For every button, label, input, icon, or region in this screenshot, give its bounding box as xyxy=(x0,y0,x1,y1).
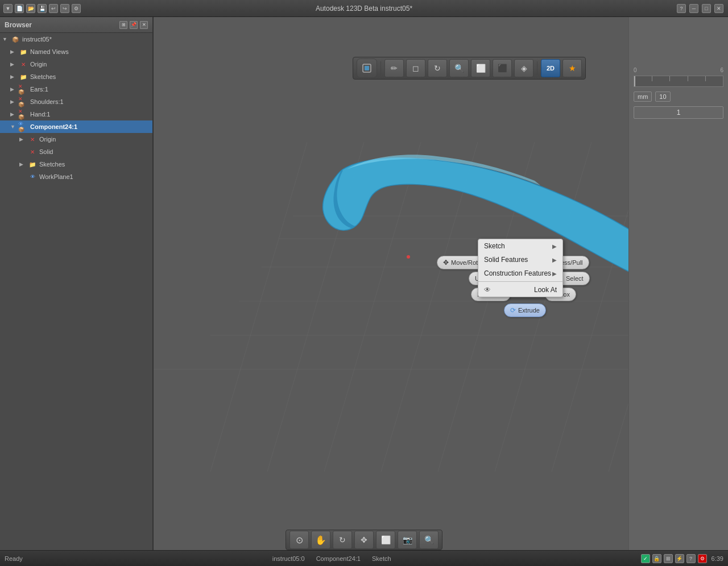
tree-item-ears1[interactable]: ▶ ✕📦 Ears:1 xyxy=(0,83,152,95)
zoom-button[interactable]: 🔍 xyxy=(449,59,469,77)
help2-button[interactable]: ? xyxy=(686,554,696,563)
redo-title-button[interactable]: ↪ xyxy=(60,4,69,13)
tree-item-shoulders1[interactable]: ▶ ✕📦 Shoulders:1 xyxy=(0,95,152,108)
tree-arrow-shoulders1: ▶ xyxy=(10,99,18,105)
workplane1-icon: 👁 xyxy=(27,172,38,181)
browser-pin-button[interactable]: 📌 xyxy=(130,21,138,29)
ruler-main-value: 1 xyxy=(634,106,723,119)
extrude-label: Extrude xyxy=(518,307,540,314)
context-menu-solid-features[interactable]: Solid Features ▶ xyxy=(478,253,562,267)
extrude-button[interactable]: ⟳ Extrude xyxy=(504,303,546,317)
tree-item-solid[interactable]: ✕ Solid xyxy=(0,145,152,158)
orbit3d-button[interactable]: ↻ xyxy=(333,531,352,549)
check-button[interactable]: ✓ xyxy=(641,554,650,563)
status-center: instruct05:0 Component24:1 Sketch xyxy=(272,555,391,562)
main-toolbar: ✏ ◻ ↻ 🔍 ⬜ ⬛ ◈ 2D ★ xyxy=(353,57,586,80)
sketches-icon: 📁 xyxy=(18,72,28,81)
browser-close-button[interactable]: ✕ xyxy=(140,21,148,29)
tree-item-origin[interactable]: ▶ ✕ Origin xyxy=(0,58,152,70)
tree-item-named-views[interactable]: ▶ 📁 Named Views xyxy=(0,45,152,58)
context-menu-sketch[interactable]: Sketch ▶ xyxy=(478,239,562,253)
app-menu-button[interactable]: ▼ xyxy=(3,4,13,13)
tree-item-origin2[interactable]: ▶ ✕ Origin xyxy=(0,133,152,145)
title-bar-left-icons: ▼ 📄 📂 💾 ↩ ↪ ⚙ xyxy=(0,4,84,13)
tree-arrow-sketches2: ▶ xyxy=(19,161,27,167)
tree-arrow-hand1: ▶ xyxy=(10,111,18,117)
settings2-button[interactable]: ⚙ xyxy=(698,554,707,563)
move-tool-button[interactable]: ✥ xyxy=(354,531,374,549)
tree-arrow-sketches: ▶ xyxy=(10,74,18,80)
tree-arrow-origin2: ▶ xyxy=(19,136,27,142)
lock-button[interactable]: 🔒 xyxy=(652,554,661,563)
context-menu-separator xyxy=(478,281,562,282)
construction-features-label: Construction Features xyxy=(484,269,551,277)
file-label: instruct05:0 xyxy=(272,555,305,562)
tree-arrow-component241: ▼ xyxy=(10,124,18,130)
tree-arrow-named-views: ▶ xyxy=(10,49,18,55)
frame-button[interactable]: ⬜ xyxy=(376,531,395,549)
zoom-fit-button[interactable]: ⊙ xyxy=(289,531,309,549)
tree-arrow-workplane1 xyxy=(19,174,27,180)
tree-item-component241[interactable]: ▼ 👁📦 Component24:1 xyxy=(0,120,152,133)
viewport[interactable]: ✏ ◻ ↻ 🔍 ⬜ ⬛ ◈ 2D ★ Repeat... ✥ Move/Rota… xyxy=(154,17,728,550)
maximize-button[interactable]: □ xyxy=(702,4,711,13)
ruler-value-label: 10 xyxy=(655,91,670,102)
box-view-button[interactable]: ◻ xyxy=(406,59,425,77)
snap-button[interactable]: ⚡ xyxy=(675,554,684,563)
status-bar: Ready instruct05:0 Component24:1 Sketch … xyxy=(0,550,728,566)
ears1-label: Ears:1 xyxy=(30,86,48,93)
extrude-icon: ⟳ xyxy=(510,306,516,314)
tree-item-sketches[interactable]: ▶ 📁 Sketches xyxy=(0,70,152,83)
move-icon: ✥ xyxy=(443,259,449,267)
status-text: Ready xyxy=(5,555,23,562)
tree-arrow-ears1: ▶ xyxy=(10,86,18,92)
options-button[interactable]: ⚙ xyxy=(72,4,81,13)
workplane1-label: WorkPlane1 xyxy=(39,173,73,180)
browser-controls: ⊞ 📌 ✕ xyxy=(119,21,148,29)
home-view-button[interactable] xyxy=(357,59,377,78)
origin-label: Origin xyxy=(30,61,47,68)
2d-button[interactable]: 2D xyxy=(541,59,560,77)
pan-hand-button[interactable]: ✋ xyxy=(311,531,330,549)
context-menu-look-at[interactable]: 👁 Look At xyxy=(478,283,562,297)
sketch-arrow: ▶ xyxy=(552,243,557,249)
shoulders1-label: Shoulders:1 xyxy=(30,98,64,105)
toolbar-sep1 xyxy=(380,61,381,75)
instruct05-label: instruct05* xyxy=(22,36,52,43)
front-view-button[interactable]: ⬜ xyxy=(471,59,490,77)
save-button[interactable]: 💾 xyxy=(38,4,47,13)
tree-item-workplane1[interactable]: 👁 WorkPlane1 xyxy=(0,170,152,183)
magnify-button[interactable]: 🔍 xyxy=(419,531,439,549)
open-button[interactable]: 📂 xyxy=(26,4,35,13)
ruler-zero-label: 0 xyxy=(634,67,637,73)
instruct05-icon: 📦 xyxy=(10,35,20,44)
grid-toggle-button[interactable]: ⊞ xyxy=(664,554,673,563)
close-button[interactable]: ✕ xyxy=(714,4,723,13)
time-label: 6:39 xyxy=(712,555,723,562)
undo-title-button[interactable]: ↩ xyxy=(49,4,58,13)
orbit-button[interactable]: ↻ xyxy=(428,59,447,77)
star-button[interactable]: ★ xyxy=(562,59,582,77)
pencil-button[interactable]: ✏ xyxy=(384,59,404,77)
solid-icon: ✕ xyxy=(27,147,38,156)
tree-item-sketches2[interactable]: ▶ 📁 Sketches xyxy=(0,158,152,170)
context-menu-construction-features[interactable]: Construction Features ▶ xyxy=(478,267,562,280)
context-menu: Sketch ▶ Solid Features ▶ Construction F… xyxy=(478,239,563,297)
iso-button[interactable]: ◈ xyxy=(514,59,533,77)
tree-item-instruct05[interactable]: ▼ 📦 instruct05* xyxy=(0,33,152,45)
browser-tree: ▼ 📦 instruct05* ▶ 📁 Named Views ▶ ✕ Orig… xyxy=(0,33,152,183)
browser-grid-button[interactable]: ⊞ xyxy=(119,21,127,29)
status-right: ✓ 🔒 ⊞ ⚡ ? ⚙ 6:39 xyxy=(641,554,723,563)
select-label: Select xyxy=(566,275,584,282)
camera-button[interactable]: 📷 xyxy=(398,531,417,549)
new-button[interactable]: 📄 xyxy=(15,4,24,13)
sketches2-icon: 📁 xyxy=(27,160,38,169)
svg-point-16 xyxy=(407,255,410,259)
tree-item-hand1[interactable]: ▶ ✕📦 Hand:1 xyxy=(0,108,152,120)
sketches-label: Sketches xyxy=(30,73,56,80)
minimize-button[interactable]: ─ xyxy=(689,4,698,13)
help-button[interactable]: ? xyxy=(677,4,686,13)
top-view-button[interactable]: ⬛ xyxy=(493,59,512,77)
tree-arrow-solid xyxy=(19,149,27,155)
hand1-label: Hand:1 xyxy=(30,111,50,118)
